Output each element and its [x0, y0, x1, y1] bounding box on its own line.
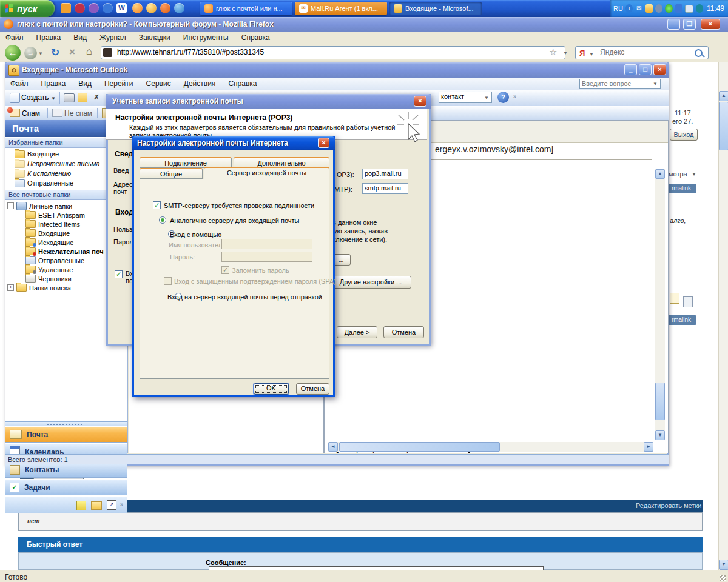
view-mode-dropdown-icon[interactable]: ▼ — [692, 172, 696, 177]
menu-edit[interactable]: Правка — [31, 32, 67, 44]
new-dropdown-icon[interactable]: ▼ — [51, 96, 56, 101]
back-button[interactable]: ← — [5, 45, 21, 61]
menu-file[interactable]: Файл — [5, 78, 34, 90]
quick-launch-icon-7[interactable] — [146, 3, 157, 13]
urlbar-dropdown-icon[interactable]: ▼ — [563, 50, 568, 56]
quick-launch-icon-8[interactable] — [160, 3, 170, 13]
menu-help[interactable]: Справка — [223, 78, 262, 90]
tray-messenger-icon[interactable] — [655, 4, 662, 13]
print-icon[interactable] — [64, 93, 75, 102]
fragment-checkbox[interactable]: ✓ — [115, 270, 123, 278]
other-settings-button[interactable]: Другие настройки ... — [330, 276, 411, 289]
scroll-left-icon[interactable]: ◄ — [328, 442, 338, 452]
menu-history[interactable]: Журнал — [94, 32, 132, 44]
outlook-minimize-button[interactable]: _ — [624, 64, 637, 75]
quick-launch-icon-3[interactable] — [89, 3, 99, 13]
tray-hide-icons-icon[interactable]: ‹ — [625, 4, 633, 13]
stop-button[interactable]: × — [66, 46, 79, 59]
permalink-badge-1[interactable]: rmalink — [666, 184, 696, 193]
smtp-server-input[interactable]: smtp.mail.ru — [362, 183, 408, 194]
menu-view[interactable]: Вид — [68, 32, 92, 44]
menu-help[interactable]: Справка — [236, 32, 275, 44]
ok-button[interactable]: OK — [254, 383, 289, 395]
firefox-close-button[interactable]: × — [701, 19, 720, 30]
search-engine-dropdown-icon[interactable]: ▼ — [589, 52, 594, 57]
scroll-up-icon[interactable]: ▲ — [655, 169, 665, 179]
bookmark-star-icon[interactable]: ☆ — [549, 47, 557, 58]
task-button-firefox[interactable]: глюк с почтой или н... — [200, 2, 292, 15]
spam-button[interactable]: Спам — [22, 109, 40, 118]
menu-actions[interactable]: Действия — [178, 78, 221, 90]
tab-general[interactable]: Общие — [140, 168, 203, 179]
quick-launch-icon-4[interactable] — [103, 3, 113, 13]
collapse-icon[interactable]: - — [7, 202, 14, 209]
move-to-folder-icon[interactable] — [78, 93, 87, 102]
menu-edit[interactable]: Правка — [36, 78, 72, 90]
quick-launch-icon-9[interactable] — [174, 3, 184, 13]
dialog-cancel-button[interactable]: Отмена — [296, 383, 329, 395]
expand-icon[interactable]: + — [7, 284, 14, 291]
language-indicator[interactable]: RU — [613, 5, 623, 12]
task-button-mailru-agent[interactable]: ✉ Mail.Ru Агент (1 вкл... — [295, 2, 387, 15]
scrollbar-thumb[interactable] — [339, 442, 500, 452]
next-button[interactable]: Далее > — [337, 326, 377, 338]
outlook-maximize-button[interactable]: □ — [639, 64, 652, 75]
ask-question-box[interactable]: Введите вопрос ▼ — [579, 79, 661, 89]
menu-tools[interactable]: Инструменты — [178, 32, 234, 44]
tray-mail-icon[interactable]: ✉ — [635, 4, 642, 13]
shortcuts-icon[interactable]: ↗ — [107, 500, 116, 510]
yandex-engine-icon[interactable]: Я — [579, 48, 585, 58]
menu-tools[interactable]: Сервис — [141, 78, 177, 90]
scroll-right-icon[interactable]: ► — [644, 442, 653, 452]
menu-view[interactable]: Вид — [73, 78, 97, 90]
reading-pane-vscrollbar[interactable]: ▲ ▼ — [655, 169, 665, 440]
menu-bookmarks[interactable]: Закладки — [133, 32, 176, 44]
delete-icon[interactable]: ✗ — [92, 92, 101, 102]
quick-launch-icon-2[interactable] — [75, 3, 85, 13]
page-scrollbar[interactable]: ▲ ▼ — [718, 62, 728, 570]
nav-button-tasks[interactable]: ✓ Задачи — [5, 479, 127, 495]
firefox-restore-button[interactable]: ❐ — [683, 19, 696, 30]
forward-button[interactable]: → — [24, 47, 37, 59]
smtp-auth-checkbox[interactable]: ✓ — [153, 201, 161, 209]
quick-launch-icon-6[interactable] — [132, 3, 143, 13]
permalink-badge-2[interactable]: rmalink — [666, 315, 696, 325]
url-input[interactable] — [116, 47, 543, 57]
edit-post-icon[interactable] — [670, 293, 679, 304]
help-assistant-icon[interactable]: ? — [497, 92, 509, 103]
view-mode-fragment[interactable]: мотра — [669, 170, 687, 178]
new-button[interactable]: Создать — [21, 93, 49, 102]
menu-file[interactable]: Файл — [0, 32, 29, 44]
edit-tags-link[interactable]: Редактировать метки — [636, 502, 701, 509]
nav-button-mail[interactable]: Почта — [5, 426, 127, 443]
not-spam-button[interactable]: Не спам — [64, 109, 92, 118]
tab-outgoing-server[interactable]: Сервер исходящей почты — [204, 167, 329, 179]
reading-pane-hscrollbar[interactable]: ◄ ► — [328, 442, 653, 452]
quick-launch-icon-5[interactable]: W — [116, 3, 127, 13]
back-history-dropdown-icon[interactable]: ▼ — [38, 51, 43, 56]
outlook-close-button[interactable]: × — [653, 64, 666, 75]
cancel-button[interactable]: Отмена — [383, 326, 424, 338]
scroll-up-icon[interactable]: ▲ — [719, 91, 728, 101]
find-contact-combo[interactable]: контакт ▼ — [439, 92, 492, 103]
scrollbar-thumb[interactable] — [719, 102, 728, 150]
accounts-dialog-close-button[interactable]: × — [414, 96, 426, 107]
quick-launch-icon-1[interactable] — [61, 3, 71, 13]
same-as-incoming-radio[interactable] — [159, 216, 166, 224]
logout-button-fragment[interactable]: Выход — [670, 129, 698, 141]
home-button[interactable]: ⌂ — [83, 45, 96, 59]
scrollbar-thumb[interactable] — [655, 383, 665, 420]
task-button-outlook[interactable]: Входящие - Microsof... — [389, 2, 482, 15]
settings-dialog-close-button[interactable]: × — [318, 138, 329, 148]
firefox-minimize-button[interactable]: _ — [667, 19, 680, 30]
ask-dropdown-icon[interactable]: ▼ — [653, 81, 658, 87]
quote-post-icon[interactable] — [683, 296, 693, 307]
search-magnifier-icon[interactable] — [695, 49, 703, 57]
folder-list-icon[interactable] — [91, 501, 102, 510]
scroll-down-icon[interactable]: ▼ — [655, 430, 665, 440]
tray-display-icon[interactable] — [685, 5, 693, 13]
menu-go[interactable]: Перейти — [99, 78, 139, 90]
configure-buttons-chevron-icon[interactable]: » — [120, 501, 123, 507]
search-input[interactable] — [599, 47, 692, 57]
contact-combo-dropdown-icon[interactable]: ▼ — [484, 95, 489, 101]
